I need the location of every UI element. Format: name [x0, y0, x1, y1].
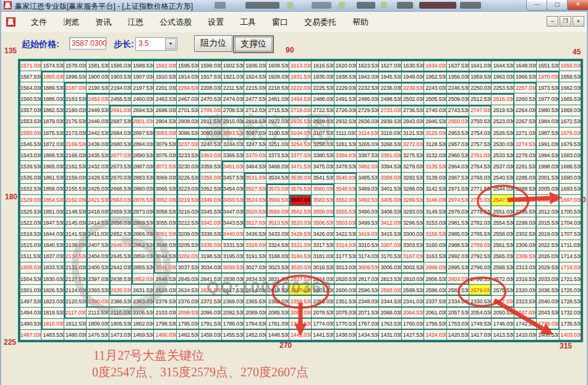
gann-cell: 2131.030 — [64, 262, 87, 274]
gann-cell: 1445.030 — [289, 330, 312, 341]
menu-bar: 赢 文件 浏览 资讯 江恩 公式选股 设置 工具 窗口 交易委托 帮助 – ❐ … — [1, 12, 587, 33]
gann-cell: 1858.030 — [41, 184, 64, 195]
gann-cell: 3552.030 — [334, 195, 357, 206]
menu-item-settings[interactable]: 设置 — [200, 15, 232, 30]
start-price-input[interactable]: 3587.0300 — [69, 37, 106, 50]
gann-cell: 1448.530 — [266, 330, 289, 341]
menu-item-file[interactable]: 文件 — [23, 15, 55, 30]
gann-cell: 3555.530 — [334, 206, 357, 217]
gann-cell: 2680.530 — [109, 139, 132, 150]
gann-cell: 1938.530 — [334, 71, 357, 82]
gann-cell: 2309.530 — [514, 251, 537, 262]
gann-cell: 1753.030 — [447, 319, 469, 330]
gann-cell: 2477.530 — [244, 93, 266, 105]
gann-cell: 2215.030 — [244, 82, 266, 93]
gann-cell: 1466.030 — [154, 330, 176, 341]
gann-cell: 2883.530 — [132, 173, 154, 184]
menu-item-window[interactable]: 窗口 — [264, 15, 296, 30]
resistance-button[interactable]: 阻力位 — [194, 35, 232, 52]
gann-cell: 2754.030 — [469, 128, 492, 139]
menu-item-gann[interactable]: 江恩 — [119, 15, 151, 30]
gann-cell: 3219.530 — [177, 195, 199, 206]
gann-cell: 2526.530 — [492, 128, 514, 139]
gann-cell: 1742.530 — [514, 319, 537, 330]
gann-cell: 3265.030 — [357, 139, 379, 150]
menu-item-help[interactable]: 帮助 — [344, 15, 377, 30]
gann-cell: 3216.030 — [177, 206, 199, 217]
gann-cell: 3153.030 — [424, 217, 446, 228]
gann-cell: 2498.530 — [379, 93, 401, 105]
gann-cell: 2393.530 — [87, 285, 109, 296]
gann-cell: 2285.030 — [514, 173, 537, 184]
gann-cell: 2484.530 — [289, 93, 312, 105]
gann-cell: 3044.530 — [154, 251, 176, 262]
menu-item-browse[interactable]: 浏览 — [55, 15, 87, 30]
gann-cell: 2029.530 — [537, 262, 559, 274]
gann-cell: 3160.030 — [424, 240, 446, 251]
support-button[interactable]: 支撑位 — [233, 35, 274, 53]
mdi-close-button[interactable]: × — [573, 16, 584, 27]
gann-cell: 2330.530 — [469, 296, 492, 307]
gann-cell: 1665.530 — [560, 93, 582, 105]
gann-cell: 2148.530 — [64, 206, 87, 217]
gann-cell: 1931.530 — [289, 71, 312, 82]
gann-cell: 2918.530 — [244, 116, 266, 128]
gann-cell: 1802.030 — [132, 319, 154, 330]
gann-cell: 2750.530 — [469, 116, 492, 128]
chevron-down-icon[interactable]: ▼ — [165, 38, 176, 50]
close-button[interactable]: ✕ — [567, 0, 588, 11]
gann-cell: 2113.530 — [87, 308, 109, 319]
gann-cell: 1427.530 — [402, 330, 424, 341]
gann-cell: 2442.530 — [87, 128, 109, 139]
gann-cell: 2985.030 — [447, 228, 469, 240]
gann-cell: 1550.030 — [19, 128, 41, 139]
gann-cell: 3300.030 — [402, 228, 424, 240]
gann-cell: 3468.030 — [266, 161, 289, 172]
gann-cell: 3422.530 — [334, 228, 357, 240]
gann-cell: 3587.030 — [289, 195, 312, 206]
gann-cell: 1686.530 — [560, 161, 582, 172]
maximize-button[interactable]: ▢ — [547, 0, 568, 11]
gann-cell: 2971.030 — [447, 184, 469, 195]
ghost-window — [245, 2, 279, 9]
gann-cell: 1823.030 — [41, 296, 64, 307]
gann-cell: 1469.530 — [132, 330, 154, 341]
gann-cell: 2852.030 — [132, 274, 154, 285]
step-combobox[interactable]: 3.5 ▼ — [135, 37, 177, 51]
minimize-button[interactable]: — — [526, 0, 547, 11]
gann-cell: 2505.530 — [424, 93, 446, 105]
gann-cell: 1525.530 — [19, 206, 41, 217]
note-line-2: 0度2547点、315度2579点、270度2607点 — [92, 364, 309, 381]
step-label: 步长: — [114, 39, 134, 50]
gann-cell: 1494.030 — [19, 308, 41, 319]
gann-cell: 2558.030 — [492, 228, 514, 240]
gann-cell: 1942.030 — [357, 71, 379, 82]
menu-item-trade[interactable]: 交易委托 — [296, 15, 344, 30]
gann-cell: 3090.030 — [199, 128, 221, 139]
gann-cell: 3499.530 — [357, 217, 379, 228]
gann-cell: 2568.530 — [492, 262, 514, 274]
gann-cell: 1571.030 — [19, 60, 41, 71]
gann-cell: 2495.030 — [357, 93, 379, 105]
gann-cell: 2106.530 — [132, 308, 154, 319]
mdi-restore-button[interactable]: ❐ — [560, 16, 571, 27]
gann-cell: 1679.530 — [560, 139, 582, 150]
menu-item-formula-stockpick[interactable]: 公式选股 — [151, 15, 200, 30]
gann-cell: 2348.030 — [357, 296, 379, 307]
gann-cell: 2376.030 — [177, 296, 199, 307]
gann-cell: 1959.530 — [469, 71, 492, 82]
gann-cell: 1697.030 — [560, 195, 582, 206]
gann-cell: 2803.030 — [447, 274, 469, 285]
gann-cell: 1819.530 — [41, 308, 64, 319]
menu-item-news[interactable]: 资讯 — [87, 15, 119, 30]
gann-cell: 2642.030 — [109, 262, 132, 274]
gann-cell: 3394.530 — [379, 161, 401, 172]
menu-item-tools[interactable]: 工具 — [232, 15, 264, 30]
gann-cell: 2264.030 — [514, 105, 537, 116]
gann-cell: 2134.530 — [64, 251, 87, 262]
gann-cell: 3079.530 — [154, 139, 176, 150]
gann-cell: 2075.030 — [334, 308, 357, 319]
gann-cell: 1732.030 — [560, 308, 582, 319]
gann-cell: 2638.530 — [109, 274, 132, 285]
mdi-minimize-button[interactable]: – — [547, 16, 558, 27]
